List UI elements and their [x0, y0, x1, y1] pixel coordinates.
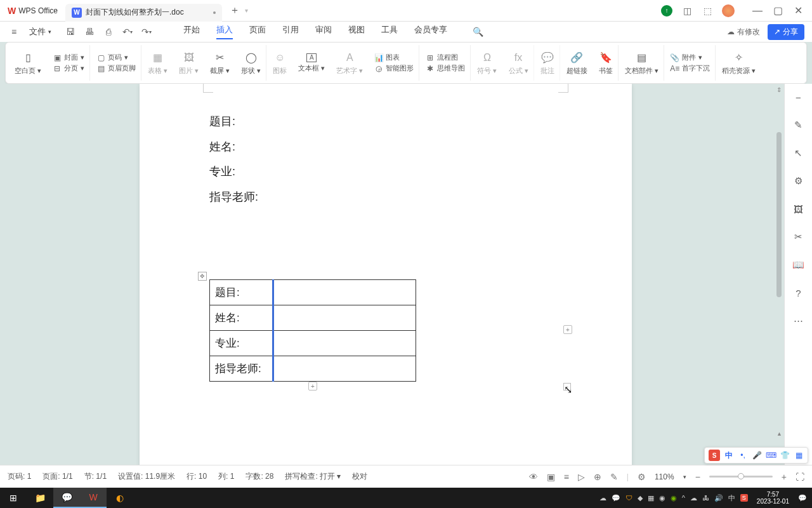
- ribbon-wordart[interactable]: A艺术字 ▾: [331, 45, 368, 81]
- ribbon-dropcap[interactable]: A≡首字下沉: [671, 64, 710, 73]
- doc-line[interactable]: 指导老师:: [209, 185, 562, 210]
- status-page-no[interactable]: 页码: 1: [8, 471, 31, 482]
- tray-wechat-icon[interactable]: 💬: [612, 494, 620, 502]
- ribbon-resources[interactable]: ✧稻壳资源 ▾: [717, 45, 761, 81]
- ribbon-mindmap[interactable]: ✱思维导图: [426, 64, 465, 73]
- ribbon-flowchart[interactable]: ⊞流程图: [426, 53, 465, 62]
- zoom-slider[interactable]: [709, 476, 773, 478]
- zoom-slider-thumb[interactable]: [738, 473, 744, 479]
- ribbon-screenshot[interactable]: ✂截屏 ▾: [205, 45, 235, 81]
- table-cell[interactable]: [273, 331, 416, 356]
- tray-notifications-icon[interactable]: 💬: [798, 494, 807, 502]
- book-icon[interactable]: 📖: [792, 258, 806, 272]
- view-web-icon[interactable]: ⊕: [594, 472, 601, 482]
- save-icon[interactable]: 🖫: [64, 27, 77, 37]
- tab-dropdown-icon[interactable]: ▾: [245, 7, 248, 14]
- ribbon-textbox[interactable]: A文本框 ▾: [293, 45, 330, 81]
- view-read-icon[interactable]: ▷: [578, 472, 585, 482]
- document-tab[interactable]: W 封面下划线如何整齐划一.doc: [65, 4, 222, 22]
- tab-page[interactable]: 页面: [249, 24, 266, 39]
- ribbon-symbol[interactable]: Ω符号 ▾: [472, 45, 502, 81]
- ribbon-docparts[interactable]: ▤文档部件 ▾: [620, 45, 664, 81]
- ribbon-formula[interactable]: fx公式 ▾: [504, 45, 534, 81]
- zoom-settings-icon[interactable]: ⚙: [638, 472, 646, 482]
- panel-icon[interactable]: ◫: [681, 5, 693, 17]
- zoom-out-icon[interactable]: −: [695, 472, 700, 482]
- cloud-status[interactable]: ☁ 有修改: [727, 27, 760, 37]
- print-icon[interactable]: 🖶: [83, 27, 96, 37]
- tray-shield-icon[interactable]: 🛡: [625, 494, 632, 502]
- tray-icon-1[interactable]: ◆: [638, 494, 643, 502]
- taskbar-clock[interactable]: 7:57 2023-12-01: [753, 491, 793, 505]
- status-spellcheck[interactable]: 拼写检查: 打开 ▾: [285, 471, 341, 482]
- taskbar-explorer[interactable]: 📁: [27, 488, 53, 508]
- document-page[interactable]: 题目: 姓名: 专业: 指导老师: ✥ 题目: 姓名: 专业: 指导老师: + …: [140, 84, 632, 465]
- scrollbar-thumb[interactable]: [776, 132, 782, 297]
- tray-sogou-icon[interactable]: S: [740, 494, 748, 502]
- taskbar-wechat[interactable]: 💬: [53, 488, 80, 508]
- scroll-up-icon[interactable]: ▲: [776, 431, 782, 437]
- image-icon[interactable]: 🖼: [792, 202, 806, 216]
- table-cell[interactable]: 姓名:: [210, 305, 273, 331]
- doc-line[interactable]: 姓名:: [209, 135, 562, 160]
- ime-mic-icon[interactable]: 🎤: [752, 450, 762, 460]
- table-cell[interactable]: 题目:: [210, 280, 273, 305]
- ime-punct-icon[interactable]: •,: [738, 450, 748, 460]
- table-cell[interactable]: [273, 305, 416, 331]
- ime-lang[interactable]: 中: [724, 450, 734, 460]
- view-focus-icon[interactable]: ✎: [610, 472, 618, 482]
- ime-person-icon[interactable]: 👕: [780, 450, 790, 460]
- settings-icon[interactable]: ⚙: [792, 174, 806, 188]
- user-avatar[interactable]: [722, 4, 735, 17]
- tray-nvidia-icon[interactable]: ◉: [671, 494, 677, 502]
- scroll-collapse-icon[interactable]: ⇕: [776, 86, 782, 93]
- status-position[interactable]: 设置值: 11.9厘米: [118, 471, 175, 482]
- ribbon-cover[interactable]: ▣封面 ▾: [53, 53, 84, 62]
- cursor-icon[interactable]: ↖: [792, 146, 806, 160]
- status-page[interactable]: 页面: 1/1: [43, 471, 72, 482]
- ribbon-hyperlink[interactable]: 🔗超链接: [561, 45, 593, 81]
- maximize-button[interactable]: ▢: [769, 2, 787, 20]
- tray-cloud-icon[interactable]: ☁: [599, 494, 606, 502]
- new-tab-button[interactable]: ＋: [227, 3, 242, 18]
- tab-start[interactable]: 开始: [183, 24, 200, 39]
- ime-grid-icon[interactable]: ▦: [794, 450, 804, 460]
- ribbon-icon[interactable]: ☺图标: [268, 45, 292, 81]
- taskbar-app[interactable]: ◐: [107, 488, 133, 508]
- ribbon-comment[interactable]: 💬批注: [535, 45, 560, 81]
- undo-icon[interactable]: ↶▾: [121, 27, 134, 37]
- tools-icon[interactable]: ✂: [792, 230, 806, 244]
- hamburger-icon[interactable]: ≡: [8, 27, 20, 37]
- sync-status-icon[interactable]: ↑: [661, 5, 672, 17]
- table-cell[interactable]: 指导老师:: [210, 356, 273, 382]
- table-move-handle[interactable]: ✥: [198, 272, 207, 281]
- table-resize-handle[interactable]: ⤡: [563, 383, 571, 391]
- tray-network-icon[interactable]: 🖧: [702, 494, 709, 502]
- ribbon-table[interactable]: ▦表格 ▾: [143, 45, 173, 81]
- ribbon-smartart[interactable]: ◶智能图形: [374, 64, 414, 73]
- table-add-column-button[interactable]: +: [563, 325, 572, 334]
- ribbon-blank-page[interactable]: ▯ 空白页 ▾: [10, 45, 46, 81]
- zoom-value[interactable]: 110%: [655, 472, 674, 481]
- table-cell[interactable]: 专业:: [210, 331, 273, 356]
- document-canvas[interactable]: 题目: 姓名: 专业: 指导老师: ✥ 题目: 姓名: 专业: 指导老师: + …: [0, 84, 784, 465]
- doc-line[interactable]: 专业:: [209, 159, 562, 185]
- tray-onedrive-icon[interactable]: ☁: [690, 494, 697, 502]
- pencil-icon[interactable]: ✎: [792, 118, 806, 132]
- vertical-scrollbar[interactable]: ⇕ ▲ ▼: [775, 88, 784, 465]
- minimize-button[interactable]: —: [749, 2, 766, 20]
- status-section[interactable]: 节: 1/1: [84, 471, 107, 482]
- table-cell[interactable]: [273, 356, 416, 382]
- ribbon-section[interactable]: ⊟分页 ▾: [53, 64, 84, 73]
- eye-icon[interactable]: 👁: [529, 472, 538, 482]
- view-outline-icon[interactable]: ≡: [564, 472, 569, 482]
- tab-insert[interactable]: 插入: [216, 24, 233, 39]
- table-add-row-button[interactable]: +: [308, 382, 317, 391]
- table-cell[interactable]: [273, 280, 416, 305]
- tray-icon-3[interactable]: ◉: [659, 494, 665, 502]
- ribbon-shape[interactable]: ◯形状 ▾: [236, 45, 266, 81]
- status-words[interactable]: 字数: 28: [246, 471, 273, 482]
- doc-line[interactable]: 题目:: [209, 109, 562, 135]
- cube-icon[interactable]: ⬚: [702, 5, 713, 17]
- tab-member[interactable]: 会员专享: [414, 24, 447, 39]
